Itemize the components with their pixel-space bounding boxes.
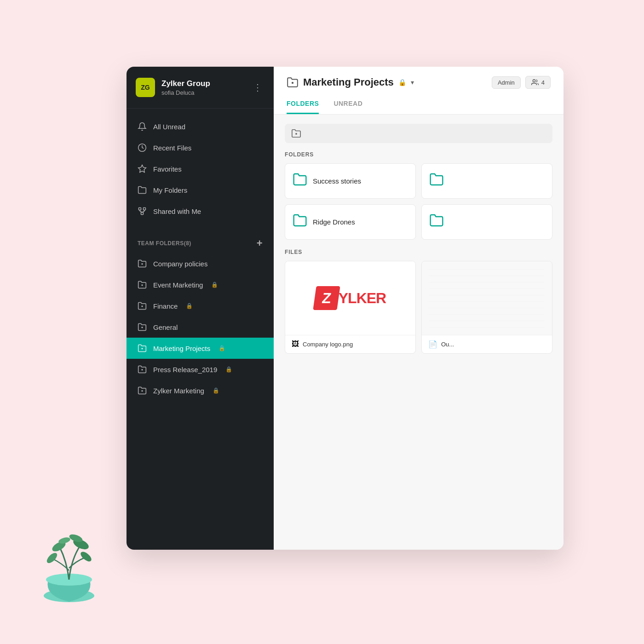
file-card-company-logo[interactable]: Z YLKER 🖼 Company logo.png (285, 261, 416, 354)
svg-point-5 (79, 550, 93, 564)
sidebar-item-label: General (153, 323, 178, 331)
file-preview (422, 261, 552, 335)
sidebar-item-company-policies[interactable]: Company policies (126, 253, 274, 274)
sidebar: ZG Zylker Group sofia Deluca ⋮ All Unrea… (126, 67, 274, 550)
user-name: sofia Deluca (161, 89, 245, 96)
sidebar-item-marketing-projects[interactable]: Marketing Projects 🔒 (126, 338, 274, 359)
svg-point-20 (141, 327, 143, 328)
sidebar-item-label: My Folders (153, 186, 187, 194)
folder-card-success-stories[interactable]: Success stories (285, 163, 416, 199)
sidebar-item-finance[interactable]: Finance 🔒 (126, 295, 274, 316)
svg-point-26 (295, 133, 297, 135)
svg-point-19 (141, 305, 143, 307)
folder-card-icon (293, 213, 307, 231)
team-folders-label: TEAM FOLDERS(8) (138, 240, 191, 247)
files-grid: Z YLKER 🖼 Company logo.png 📄 (285, 261, 552, 354)
ylker-text: YLKER (339, 290, 386, 307)
share-icon (138, 207, 147, 216)
clock-icon (138, 143, 147, 152)
svg-point-24 (292, 82, 293, 84)
lock-icon: 🔒 (211, 282, 218, 288)
zylker-logo: Z YLKER (315, 286, 386, 310)
svg-marker-9 (138, 165, 146, 172)
add-team-folder-button[interactable]: + (257, 238, 263, 248)
folder-card-icon (293, 172, 307, 190)
file-name: Company logo.png (303, 341, 353, 348)
sidebar-item-event-marketing[interactable]: Event Marketing 🔒 (126, 274, 274, 295)
lock-icon: 🔒 (225, 366, 232, 373)
svg-rect-12 (141, 213, 144, 215)
file-preview: Z YLKER (285, 261, 415, 335)
admin-badge[interactable]: Admin (492, 76, 521, 89)
team-folder-icon (138, 322, 147, 332)
sidebar-item-general[interactable]: General (126, 316, 274, 338)
page-title: Marketing Projects (303, 76, 394, 88)
folder-icon (138, 185, 147, 195)
lock-icon: 🔒 (213, 387, 219, 394)
folders-grid: Success stories (285, 163, 552, 240)
svg-point-23 (141, 390, 143, 391)
breadcrumb-row: Marketing Projects 🔒 ▾ Admin 4 (287, 76, 551, 89)
svg-point-22 (141, 369, 143, 370)
sidebar-item-label: Finance (153, 302, 178, 310)
sidebar-item-label: Recent Files (153, 144, 191, 152)
sidebar-item-recent-files[interactable]: Recent Files (126, 137, 274, 158)
team-folder-icon (138, 386, 147, 395)
file-card-2[interactable]: 📄 Ou... (421, 261, 552, 354)
sidebar-item-label: Marketing Projects (153, 345, 210, 352)
more-menu-button[interactable]: ⋮ (251, 80, 264, 95)
content-toolbar (285, 124, 552, 143)
folders-section-label: FOLDERS (285, 151, 552, 158)
tab-unread[interactable]: UNREAD (334, 95, 362, 114)
team-folder-icon (138, 301, 147, 310)
team-folder-icon (138, 259, 147, 268)
image-file-icon: 🖼 (292, 340, 299, 348)
content-area: FOLDERS Success stories (274, 115, 564, 550)
header-text: Zylker Group sofia Deluca (161, 79, 245, 96)
z-letter: Z (313, 286, 340, 310)
sidebar-item-label: Press Release_2019 (153, 366, 217, 374)
sidebar-nav: All Unread Recent Files Favorites (126, 109, 274, 229)
file-card-footer: 🖼 Company logo.png (285, 335, 415, 353)
sidebar-item-favorites[interactable]: Favorites (126, 158, 274, 179)
lock-icon: 🔒 (218, 345, 225, 351)
folder-card-2[interactable] (421, 163, 552, 199)
chevron-down-button[interactable]: ▾ (411, 79, 414, 86)
tab-folders[interactable]: FOLDERS (287, 95, 319, 114)
sidebar-item-label: Company policies (153, 260, 207, 268)
folder-header-icon (287, 76, 299, 88)
toolbar-folder-icon (291, 128, 301, 138)
folder-card-icon (429, 172, 444, 190)
sidebar-item-label: All Unread (153, 123, 185, 131)
file-card-footer: 📄 Ou... (422, 335, 552, 353)
members-badge[interactable]: 4 (525, 76, 551, 89)
doc-file-icon: 📄 (428, 340, 437, 349)
team-folder-icon (138, 365, 147, 374)
sidebar-item-label: Shared with Me (153, 207, 201, 215)
sidebar-item-all-unread[interactable]: All Unread (126, 116, 274, 137)
avatar: ZG (136, 78, 155, 97)
main-content: Marketing Projects 🔒 ▾ Admin 4 FOLDERS U… (274, 67, 564, 550)
org-name: Zylker Group (161, 79, 245, 88)
main-header: Marketing Projects 🔒 ▾ Admin 4 FOLDERS U… (274, 67, 564, 115)
members-icon (531, 79, 539, 86)
team-folder-icon (138, 344, 147, 353)
sidebar-item-label: Favorites (153, 165, 182, 173)
team-folders-header: TEAM FOLDERS(8) + (126, 229, 274, 253)
members-count: 4 (541, 79, 545, 86)
folder-card-ridge-drones[interactable]: Ridge Drones (285, 204, 416, 240)
svg-rect-11 (144, 208, 146, 210)
sidebar-item-press-release[interactable]: Press Release_2019 🔒 (126, 359, 274, 380)
sidebar-item-zylker-marketing[interactable]: Zylker Marketing 🔒 (126, 380, 274, 401)
svg-point-18 (141, 284, 143, 286)
files-section-label: FILES (285, 249, 552, 255)
tab-row: FOLDERS UNREAD (287, 95, 551, 114)
sidebar-item-shared-with-me[interactable]: Shared with Me (126, 201, 274, 222)
folder-card-4[interactable] (421, 204, 552, 240)
lock-icon: 🔒 (186, 303, 193, 309)
svg-rect-10 (139, 208, 141, 210)
svg-point-17 (141, 263, 143, 264)
sidebar-item-my-folders[interactable]: My Folders (126, 179, 274, 201)
folder-card-icon (429, 213, 444, 231)
sidebar-item-label: Zylker Marketing (153, 387, 204, 395)
